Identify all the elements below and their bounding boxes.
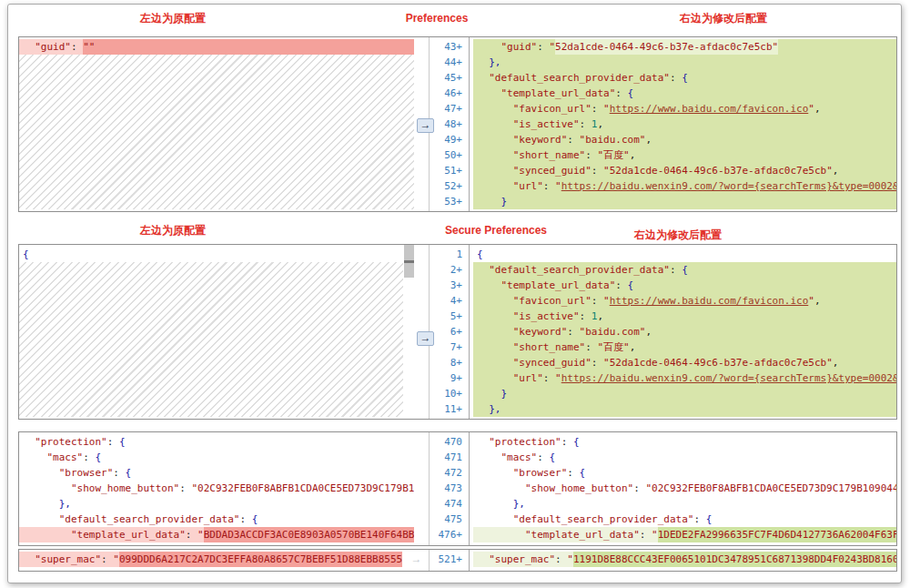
code-token: :	[580, 117, 592, 132]
code-token: :	[537, 39, 549, 55]
line-number: 476+	[430, 527, 469, 542]
code-token: :	[555, 552, 567, 567]
code-line: "template_url_data": {	[473, 86, 896, 101]
code-token: {	[682, 262, 688, 278]
code-token: {	[126, 465, 132, 481]
code-line: "default_search_provider_data": {	[473, 512, 896, 527]
code-token: "super_mac"	[477, 552, 555, 567]
left-pane-label: 左边为原配置	[18, 11, 328, 25]
right-pane: "guid": "52da1cde-0464-49c6-b37e-afdac0c…	[470, 37, 896, 211]
code-token: :	[186, 527, 197, 542]
code-token: ,	[597, 117, 603, 132]
code-token: "browser"	[477, 465, 567, 481]
code-token: "52da1cde-0464-49c6-b37e-afdac0c7e5cb"	[603, 355, 833, 370]
url-link[interactable]: https://baidu.wenxin9.com/?word={searchT…	[561, 370, 896, 386]
code-token: "macs"	[23, 450, 83, 465]
code-token: "template_url_data"	[23, 527, 186, 542]
code-token: }	[477, 194, 507, 209]
code-token: "keyword"	[477, 132, 567, 147]
merge-arrow-button[interactable]: →	[417, 118, 434, 133]
code-token: "default_search_provider_data"	[477, 262, 670, 278]
left-pane: "super_mac": "099DDD6A217C2A7DC3EFFA80A8…	[19, 550, 414, 571]
code-token: :	[693, 512, 705, 527]
line-number: 47+	[430, 101, 469, 117]
line-number: 1	[430, 247, 469, 262]
code-token: 1	[592, 309, 598, 324]
code-token: :	[113, 465, 125, 481]
code-token: :	[615, 86, 627, 101]
code-token: "	[603, 101, 610, 117]
code-token: {	[628, 278, 634, 293]
code-line: "keyword": "baidu.com",	[473, 324, 896, 340]
code-token: {	[549, 450, 555, 465]
code-token: "02C932FEB0F8ABFB1CDA0CE5ED73D9C179B1090…	[191, 481, 414, 496]
code-token: :	[592, 355, 603, 370]
code-token: {	[580, 465, 586, 481]
code-token: ,	[833, 355, 839, 370]
url-link[interactable]: https://www.baidu.com/favicon.ico	[610, 101, 809, 117]
code-token: {	[23, 247, 29, 262]
line-number: 474	[430, 496, 469, 512]
line-number: 53+	[430, 194, 469, 209]
code-token: "macs"	[477, 450, 537, 465]
line-number: 4+	[430, 293, 469, 309]
code-token: {	[95, 450, 101, 465]
code-token: "url"	[477, 370, 543, 386]
code-line: "short_name": "百度",	[473, 147, 896, 163]
code-token: :	[567, 465, 579, 481]
line-number: 475	[430, 512, 469, 527]
line-number: 48+	[430, 117, 469, 132]
code-token: "guid"	[477, 39, 537, 55]
line-number: 46+	[430, 86, 469, 101]
line-number: 49+	[430, 132, 469, 147]
code-line: "default_search_provider_data": {	[473, 262, 896, 278]
code-token: :	[543, 370, 555, 386]
code-line: "macs": {	[473, 450, 896, 465]
code-token: "52da1cde-0464-49c6-b37e-afdac0c7e5cb"	[603, 163, 833, 178]
code-line: {	[19, 247, 414, 262]
line-number: 470	[430, 434, 469, 450]
code-token: "protection"	[477, 434, 561, 450]
code-token: {	[252, 512, 258, 527]
code-line: "keyword": "baidu.com",	[473, 132, 896, 147]
code-token: :	[537, 450, 549, 465]
line-number: 6+	[430, 324, 469, 340]
code-line: "url": "https://baidu.wenxin9.com/?word=…	[473, 370, 896, 386]
code-token: "百度"	[597, 340, 629, 355]
code-line: "super_mac": "099DDD6A217C2A7DC3EFFA80A8…	[19, 552, 402, 567]
line-number: 521+	[430, 552, 469, 567]
code-line: "guid": ""	[19, 39, 414, 55]
code-token: "	[808, 101, 814, 117]
code-token: "show_home_button"	[477, 481, 633, 496]
code-token: }	[477, 386, 507, 401]
code-line: "url": "https://baidu.wenxin9.com/?word=…	[473, 178, 896, 194]
line-number: 52+	[430, 178, 469, 194]
code-token: "	[197, 527, 204, 542]
diff-panel-secure-preferences: { 12+3+4+5+6+7+8+9+10+11+ { "default_sea…	[18, 244, 897, 420]
code-line: "default_search_provider_data": {	[19, 512, 414, 527]
code-token: "	[603, 293, 610, 309]
code-token: "	[555, 178, 561, 194]
code-line: {	[473, 247, 896, 262]
line-number: 43+	[430, 39, 469, 55]
diff-compare-window: 左边为原配置 Preferences 右边为修改后配置 "guid": "" 4…	[0, 0, 910, 588]
code-token: 1191D8E88CCC43EF0065101DC3478951C6871398…	[573, 552, 896, 567]
line-number: 9+	[430, 370, 469, 386]
code-line: "super_mac": "1191D8E88CCC43EF0065101DC3…	[473, 552, 896, 567]
code-token: "url"	[477, 178, 543, 194]
code-token: :	[567, 324, 579, 340]
code-token: "百度"	[597, 147, 629, 163]
code-token: "baidu.com"	[580, 132, 646, 147]
code-token: :	[592, 101, 603, 117]
merge-arrow-button[interactable]: →	[417, 331, 434, 346]
code-token: :	[561, 434, 573, 450]
code-line: "default_search_provider_data": {	[473, 70, 896, 86]
left-pane: "protection": { "macs": { "browser": { "…	[19, 432, 414, 545]
code-token: "	[113, 552, 119, 567]
line-number: 472	[430, 465, 469, 481]
code-line: },	[473, 401, 896, 417]
line-number-column: 470471472473474475476+	[430, 432, 470, 545]
line-number: 51+	[430, 163, 469, 178]
url-link[interactable]: https://baidu.wenxin9.com/?word={searchT…	[561, 178, 896, 194]
url-link[interactable]: https://www.baidu.com/favicon.ico	[610, 293, 809, 309]
